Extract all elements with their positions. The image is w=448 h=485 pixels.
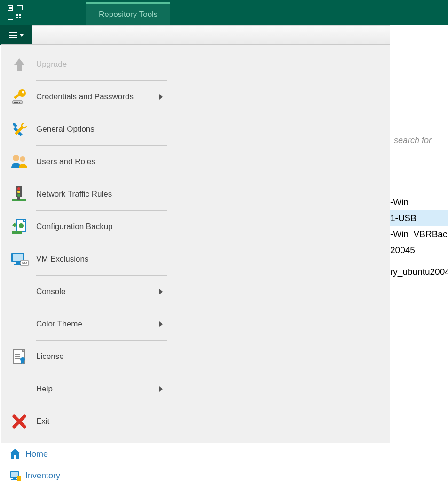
menu-item-label: Network Traffic Rules [31, 190, 173, 199]
main-menu-submenu-panel [173, 45, 390, 443]
menu-item-console[interactable]: Console [1, 276, 173, 308]
upgrade-icon [10, 56, 28, 73]
menu-item-configuration-backup[interactable]: Configuration Backup [1, 211, 173, 243]
svg-rect-10 [14, 102, 16, 103]
svg-point-19 [17, 194, 20, 197]
chevron-right-icon [159, 289, 163, 294]
ribbon-bar: Repository Tools [0, 0, 448, 25]
menu-item-credentials[interactable]: Credentials and Passwords [1, 81, 173, 113]
vm-icon: VM [9, 250, 29, 269]
app-logo [0, 0, 30, 25]
inventory-icon [8, 469, 22, 483]
menu-item-label: Help [31, 384, 159, 394]
svg-point-35 [20, 357, 25, 362]
menu-item-label: Credentials and Passwords [31, 92, 159, 102]
svg-rect-40 [17, 476, 21, 481]
nav-item-label: Inventory [25, 471, 60, 481]
home-icon [8, 447, 22, 461]
svg-rect-21 [17, 197, 20, 200]
menubar [0, 25, 448, 45]
svg-rect-38 [13, 478, 16, 479]
svg-rect-37 [11, 472, 18, 477]
svg-point-23 [19, 223, 24, 228]
menu-item-exit[interactable]: Exit [1, 405, 173, 437]
navigation-panel: Home Inventory [5, 443, 60, 485]
chevron-right-icon [159, 321, 163, 327]
svg-rect-26 [13, 254, 23, 261]
menu-item-label: Users and Roles [31, 157, 173, 167]
menu-item-label: Console [31, 287, 159, 296]
tab-label: Repository Tools [99, 10, 157, 19]
menu-item-network-traffic[interactable]: Network Traffic Rules [1, 178, 173, 210]
chevron-right-icon [159, 94, 163, 100]
background-list-panel: search for -Win 1-USB -Win_VBRBack 20045… [390, 132, 448, 280]
svg-point-17 [17, 187, 20, 190]
config-backup-icon [10, 217, 29, 236]
chevron-down-icon [20, 34, 24, 37]
menu-item-label: License [31, 352, 173, 361]
main-menu-button[interactable] [0, 25, 32, 45]
svg-rect-8 [14, 93, 20, 99]
traffic-icon [10, 185, 29, 204]
menu-item-label: Upgrade [31, 60, 173, 69]
key-icon [10, 87, 29, 106]
menu-item-license[interactable]: License [1, 341, 173, 373]
menu-item-label: Configuration Backup [31, 222, 173, 231]
menu-item-upgrade: Upgrade [1, 48, 173, 80]
menu-item-label: General Options [31, 125, 173, 134]
toolbar-empty [32, 25, 390, 45]
menu-item-label: VM Exclusions [31, 254, 173, 264]
svg-rect-27 [16, 262, 20, 264]
svg-rect-11 [16, 102, 18, 103]
hamburger-icon [9, 31, 17, 40]
nav-item-label: Home [25, 449, 48, 459]
list-item[interactable]: -Win [390, 194, 448, 210]
svg-rect-24 [12, 231, 22, 234]
menu-item-vm-exclusions[interactable]: VM VM Exclusions [1, 243, 173, 275]
svg-rect-4 [16, 17, 18, 18]
svg-text:VM: VM [22, 261, 27, 265]
qr-app-icon [7, 5, 23, 21]
svg-point-14 [13, 155, 19, 161]
svg-rect-1 [9, 7, 11, 9]
menu-item-color-theme[interactable]: Color Theme [1, 308, 173, 340]
search-input[interactable]: search for [390, 132, 448, 164]
list-item[interactable]: ry_ubuntu2004 [390, 264, 448, 280]
nav-item-inventory[interactable]: Inventory [5, 465, 60, 485]
svg-point-15 [20, 156, 25, 162]
menu-item-users-roles[interactable]: Users and Roles [1, 146, 173, 178]
main-menu-list: Upgrade Credentials and Passwords Genera… [1, 45, 173, 443]
users-icon [9, 152, 29, 171]
chevron-right-icon [159, 386, 163, 392]
list-item[interactable]: 1-USB [390, 210, 448, 226]
svg-rect-12 [19, 102, 20, 103]
tab-repository-tools[interactable]: Repository Tools [86, 2, 170, 25]
svg-rect-39 [11, 479, 18, 480]
menu-item-label: Exit [31, 417, 173, 426]
svg-point-7 [22, 91, 24, 94]
svg-point-18 [17, 191, 20, 193]
svg-rect-5 [19, 17, 21, 18]
menu-item-label: Color Theme [31, 319, 159, 329]
nav-item-home[interactable]: Home [5, 443, 60, 465]
tools-icon [10, 120, 29, 139]
svg-rect-3 [19, 14, 21, 16]
svg-rect-2 [16, 14, 18, 16]
main-menu-dropdown: Upgrade Credentials and Passwords Genera… [1, 44, 390, 443]
exit-icon [11, 413, 27, 429]
menu-item-general-options[interactable]: General Options [1, 113, 173, 145]
list-item[interactable]: -Win_VBRBack [390, 226, 448, 242]
menu-item-help[interactable]: Help [1, 373, 173, 405]
list-item[interactable]: 20045 [390, 242, 448, 258]
list-item[interactable] [390, 258, 448, 264]
license-icon [10, 347, 28, 366]
